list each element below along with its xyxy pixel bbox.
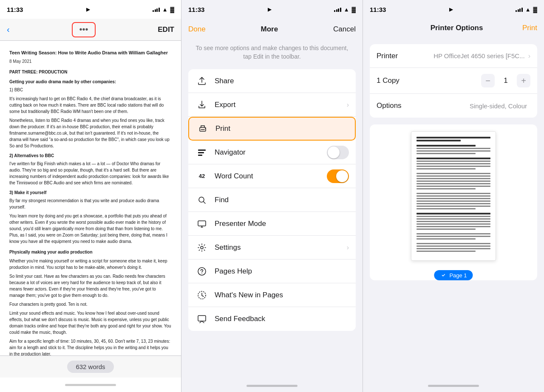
feedback-icon (195, 312, 209, 326)
cancel-button[interactable]: Cancel (333, 25, 356, 34)
options-row: Options Single-sided, Colour (370, 94, 537, 118)
menu-header: Done More Cancel (181, 19, 363, 37)
share-icon (195, 74, 209, 88)
doc-p1-heading: 1) BBC (9, 87, 172, 93)
settings-icon (195, 241, 209, 254)
status-bar-doc: 11:33 ▶ ▲ ▓ (0, 0, 181, 19)
doc-p4: By far my strongest recommendation is th… (9, 197, 172, 210)
print-button[interactable]: Print (522, 24, 537, 32)
navigator-label: Navigator (215, 148, 327, 157)
printer-label: Printer (377, 52, 415, 60)
wifi-icon-doc: ▲ (162, 6, 168, 13)
decrement-copy-button[interactable]: − (481, 74, 495, 87)
home-indicator-doc (0, 378, 181, 392)
edit-button[interactable]: EDIT (158, 25, 174, 34)
menu-item-find[interactable]: Find (188, 188, 356, 212)
wifi-icon-menu: ▲ (344, 6, 349, 13)
svg-point-8 (198, 268, 206, 275)
panel-document: 11:33 ▶ ▲ ▓ ‹ ••• EDIT Teen Writing Seas… (0, 0, 181, 392)
presenter-icon (195, 217, 209, 231)
options-label: Options (377, 102, 415, 110)
copy-count-value: 1 (502, 76, 510, 85)
print-preview: Page 1 (370, 124, 537, 280)
panel-printer-options: 11:33 ▶ ▲ ▓ Printer Options Print Printe… (363, 0, 544, 392)
copy-stepper: − 1 + (481, 74, 530, 87)
navigator-icon (195, 146, 209, 159)
print-icon (196, 122, 210, 135)
print-label: Print (215, 124, 348, 133)
home-indicator-print (363, 280, 544, 392)
doc-part: PART THREE: PRODUCTION (9, 69, 172, 75)
find-label: Find (215, 196, 349, 204)
doc-p3-heading: 2) Alternatives to BBC (9, 152, 172, 159)
whatsnew-icon (195, 288, 209, 302)
menu-item-feedback[interactable]: Send Feedback (188, 307, 356, 331)
svg-rect-2 (198, 149, 206, 151)
printer-chevron-icon: › (528, 52, 530, 60)
home-indicator-menu (181, 331, 363, 392)
printer-row[interactable]: Printer HP OfficeJet 4650 series [F5C...… (370, 44, 537, 68)
printer-options-title: Printer Options (391, 24, 522, 32)
svg-point-7 (201, 246, 203, 249)
menu-item-presenter[interactable]: Presenter Mode (188, 212, 356, 236)
print-header: Printer Options Print (363, 19, 544, 37)
doc-p9: Limit your sound effects and music. You … (9, 310, 172, 336)
status-bar-menu: 11:33 ▶ ▲ ▓ (181, 0, 363, 19)
menu-item-wordcount[interactable]: 42 Word Count (188, 164, 356, 188)
doc-p1: It's increasingly hard to get on BBC Rad… (9, 96, 172, 115)
doc-p3: I've written for Big Finish which makes … (9, 161, 172, 186)
svg-rect-3 (198, 152, 204, 153)
svg-point-1 (205, 128, 206, 129)
done-button[interactable]: Done (188, 25, 206, 34)
wordcount-label: Word Count (215, 172, 327, 180)
menu-item-export[interactable]: Export › (188, 93, 356, 117)
signal-icon-doc (153, 7, 160, 12)
whatsnew-label: What's New in Pages (215, 291, 349, 299)
help-icon (195, 265, 209, 278)
export-chevron-icon: › (347, 101, 349, 109)
location-icon-print: ▶ (449, 7, 453, 12)
doc-toolbar: ‹ ••• EDIT (0, 19, 181, 41)
presenter-label: Presenter Mode (215, 220, 349, 228)
doc-section1: Getting your audio drama made by other c… (9, 79, 172, 85)
printer-options-list: Printer HP OfficeJet 4650 series [F5C...… (370, 44, 537, 118)
doc-p5: You learn more by doing and you get a sh… (9, 213, 172, 245)
increment-copy-button[interactable]: + (517, 74, 530, 87)
battery-icon-print: ▓ (533, 6, 537, 13)
svg-point-9 (201, 273, 202, 274)
svg-rect-4 (198, 155, 202, 156)
feedback-label: Send Feedback (215, 315, 349, 323)
wifi-icon-print: ▲ (525, 6, 531, 13)
doc-title: Teen Writing Season: How to Write Audio … (9, 49, 172, 56)
panel-more-menu: 11:33 ▶ ▲ ▓ Done More Cancel To see more… (181, 0, 363, 392)
find-icon (195, 193, 209, 207)
signal-icon-menu (334, 7, 341, 12)
status-time-print: 11:33 (370, 6, 386, 13)
more-button[interactable]: ••• (72, 22, 96, 37)
svg-rect-6 (198, 221, 206, 226)
menu-item-navigator[interactable]: Navigator (188, 141, 356, 164)
page-badge: Page 1 (434, 270, 473, 280)
menu-item-pageshelp[interactable]: Pages Help (188, 259, 356, 283)
pageshelp-label: Pages Help (215, 267, 349, 276)
doc-section2: Physically making your audio production (9, 249, 172, 255)
navigator-toggle[interactable] (327, 146, 349, 159)
doc-p6: Whether you're making yourself or writin… (9, 258, 172, 271)
wordcount-toggle[interactable] (327, 169, 349, 183)
menu-item-whatsnew[interactable]: What's New in Pages (188, 283, 356, 307)
doc-date: 8 May 2021 (9, 58, 172, 65)
back-button[interactable]: ‹ (7, 25, 10, 34)
options-value: Single-sided, Colour (415, 102, 527, 110)
menu-item-print[interactable]: Print (188, 117, 356, 141)
svg-rect-11 (198, 316, 206, 321)
doc-p7: So limit your cast. Have as few characte… (9, 273, 172, 299)
doc-p4-heading: 3) Make it yourself (9, 189, 172, 196)
preview-page (411, 131, 496, 261)
export-label: Export (215, 101, 347, 109)
signal-icon-print (516, 7, 523, 12)
ellipsis-icon: ••• (79, 25, 88, 34)
menu-item-settings[interactable]: Settings › (188, 236, 356, 259)
menu-item-share[interactable]: Share (188, 69, 356, 93)
doc-p2: Nonetheless, listen to BBC Radio 4 drama… (9, 117, 172, 149)
battery-icon-menu: ▓ (352, 6, 356, 13)
